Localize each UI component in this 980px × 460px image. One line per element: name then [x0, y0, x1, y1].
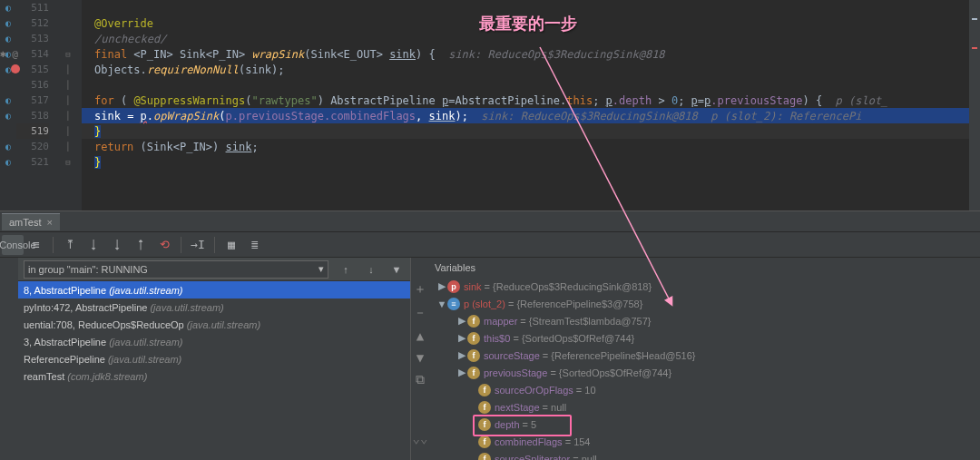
field-icon: f [478, 401, 491, 414]
step-over-button[interactable]: ⤒ [59, 235, 81, 255]
stack-frame[interactable]: 8, AbstractPipeline (java.util.stream) [18, 281, 410, 299]
tab-label: amTest [9, 217, 41, 228]
var-node[interactable]: ▶fthis$0 = {SortedOps$OfRef@744} [429, 329, 980, 347]
stack-frame[interactable]: 3, AbstractPipeline (java.util.stream) [18, 333, 410, 350]
line-number: 516 [16, 77, 49, 93]
variables-tree[interactable]: ▶psink = {ReduceOps$3ReducingSink@818} ▼… [429, 278, 980, 460]
code-line[interactable]: return (Sink<P_IN>) sink; [82, 139, 980, 154]
param-icon: p [447, 280, 460, 293]
field-icon: f [467, 349, 480, 362]
editor-pane: ◐◐◐◐◐◐◐◐◐ 511 512 513 514✱ @ 515 516 517… [0, 0, 980, 210]
force-step-into-button[interactable]: ⭣ [106, 235, 128, 255]
trace-button[interactable]: ≣ [244, 235, 266, 255]
editor-scrollbar[interactable] [969, 0, 980, 210]
debug-tabs: amTest × [0, 210, 980, 232]
var-node[interactable]: ▶fsourceStage = {ReferencePipeline$Head@… [429, 347, 980, 364]
variables-panel: ＋ － ▲ ▼ ⧉ ⌄⌄ Variables ▶psink = {ReduceO… [410, 258, 980, 460]
line-number-gutter: 511 512 513 514✱ @ 515 516 517 518 519 5… [16, 0, 54, 210]
frames-side-tools [0, 258, 18, 460]
stack-frame[interactable]: pyInto:472, AbstractPipeline (java.util.… [18, 299, 410, 316]
line-number: 511 [16, 0, 49, 15]
stack-frame[interactable]: reamTest (com.jdk8.stream) [18, 367, 410, 385]
code-line[interactable]: @Override [82, 15, 980, 31]
code-line[interactable]: Objects.requireNonNull(sink); [82, 62, 980, 77]
up-button[interactable]: ▲ [416, 328, 424, 343]
var-node-p[interactable]: ▼≡p (slot_2) = {ReferencePipeline$3@758} [429, 295, 980, 312]
thread-selector-row: in group "main": RUNNING▾ ↑ ↓ ▼ [18, 258, 410, 281]
step-out-button[interactable]: ⭡ [130, 235, 152, 255]
copy-button[interactable]: ⧉ [416, 372, 425, 387]
var-node[interactable]: ▶fmapper = {StreamTest$lambda@757} [429, 312, 980, 329]
var-node[interactable]: fcombinedFlags = 154 [429, 433, 980, 450]
expand-icon[interactable]: ▶ [456, 349, 467, 361]
add-watch-button[interactable]: ＋ [414, 281, 426, 298]
line-number: 515 [16, 62, 49, 77]
line-number: 521 [16, 154, 49, 170]
layout-button[interactable]: ≡ [25, 235, 47, 255]
evaluate-button[interactable]: ▦ [220, 235, 242, 255]
line-number: 518 [16, 108, 49, 123]
line-number: 514✱ @ [16, 46, 49, 62]
debug-toolbar: ▶ Console ≡ ⤒ ⭣ ⭣ ⭡ ⟲ →I ▦ ≣ [0, 232, 980, 258]
field-icon: f [478, 418, 491, 431]
code-area[interactable]: @Override /unchecked/ final <P_IN> Sink<… [82, 0, 980, 210]
code-line[interactable]: for ( @SuppressWarnings("rawtypes") Abst… [82, 93, 980, 108]
down-button[interactable]: ▼ [416, 350, 424, 365]
stack-frame[interactable]: ReferencePipeline (java.util.stream) [18, 350, 410, 367]
field-icon: f [467, 315, 480, 328]
expand-icon[interactable]: ▶ [436, 280, 447, 292]
collapse-icon[interactable]: ▼ [436, 299, 447, 309]
code-line-exec[interactable]: sink = p.opWrapSink(p.previousStage.comb… [82, 108, 980, 123]
field-icon: f [478, 453, 491, 461]
field-icon: f [467, 367, 480, 379]
expand-icon[interactable]: ▶ [456, 332, 467, 344]
left-marker-col: ◐◐◐◐◐◐◐◐◐ [0, 0, 16, 210]
line-number: 512 [16, 15, 49, 31]
variables-header: Variables [429, 258, 980, 278]
var-node-sink[interactable]: ▶psink = {ReduceOps$3ReducingSink@818} [429, 278, 980, 295]
var-node[interactable]: fnextStage = null [429, 398, 980, 416]
var-node[interactable]: ▶fpreviousStage = {SortedOps$OfRef@744} [429, 364, 980, 381]
prev-frame-button[interactable]: ↑ [338, 264, 354, 275]
debug-tab[interactable]: amTest × [2, 213, 60, 230]
expand-icon[interactable]: ▶ [456, 367, 467, 378]
close-icon[interactable]: × [46, 217, 52, 228]
field-icon: f [467, 332, 480, 345]
var-node[interactable]: fsourceOrOpFlags = 10 [429, 381, 980, 398]
frames-panel: in group "main": RUNNING▾ ↑ ↓ ▼ 8, Abstr… [0, 258, 410, 460]
thread-combo[interactable]: in group "main": RUNNING▾ [24, 260, 328, 279]
breakpoint-icon[interactable] [11, 64, 20, 73]
stack-frame[interactable]: uential:708, ReduceOps$ReduceOp (java.ut… [18, 316, 410, 333]
separator [214, 237, 215, 253]
separator [53, 237, 54, 253]
code-line[interactable] [82, 0, 980, 15]
element-icon: ≡ [447, 298, 460, 310]
remove-watch-button[interactable]: － [414, 305, 426, 321]
line-number: 513 [16, 31, 49, 46]
line-number: 517 [16, 93, 49, 108]
var-node-depth[interactable]: fdepth = 5 [429, 416, 980, 433]
code-line[interactable] [82, 77, 980, 93]
var-node[interactable]: fsourceSpliterator = null [429, 450, 980, 460]
step-into-button[interactable]: ⭣ [83, 235, 104, 255]
next-frame-button[interactable]: ↓ [363, 264, 379, 275]
code-line[interactable]: } [82, 154, 980, 170]
filter-button[interactable]: ▼ [388, 264, 405, 275]
fold-gutter: ⊟││││││⊟ [54, 0, 82, 210]
code-line[interactable]: /unchecked/ [82, 31, 980, 46]
glasses-icon[interactable]: ⌄⌄ [413, 431, 428, 445]
code-line-current[interactable]: } [82, 123, 980, 139]
drop-frame-button[interactable]: ⟲ [153, 235, 175, 255]
run-to-cursor-button[interactable]: →I [187, 235, 209, 255]
line-number: 519 [16, 123, 49, 139]
line-number: 520 [16, 139, 49, 154]
variables-side-tools: ＋ － ▲ ▼ ⧉ ⌄⌄ [411, 258, 429, 460]
field-icon: f [478, 384, 491, 396]
console-tab-button[interactable]: ▶ Console [2, 235, 24, 255]
code-line[interactable]: final <P_IN> Sink<P_IN> wrapSink(Sink<E_… [82, 46, 980, 62]
expand-icon[interactable]: ▶ [456, 315, 467, 327]
separator [181, 237, 181, 253]
field-icon: f [478, 436, 491, 448]
